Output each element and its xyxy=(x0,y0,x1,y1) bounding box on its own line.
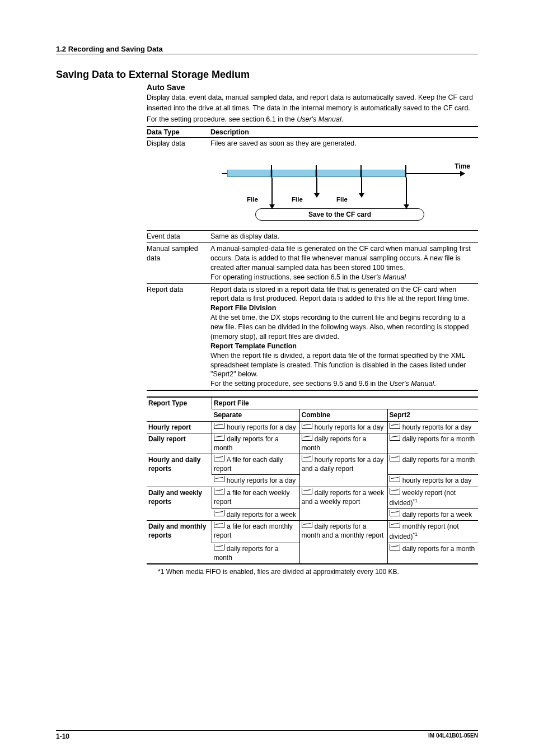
report-icon xyxy=(302,423,312,429)
cell: hourly reports for a day xyxy=(387,421,478,433)
cell: daily reports for a week and a weekly re… xyxy=(299,487,387,521)
report-icon xyxy=(214,510,224,516)
th-seprt2: Seprt2 xyxy=(387,409,478,421)
th-separate: Separate xyxy=(212,409,300,421)
row-manual-p2: For operating instructions, see section … xyxy=(210,273,476,282)
row-report-h1: Report File Division xyxy=(210,304,476,313)
row-dw-type: Daily and weekly reports xyxy=(147,487,212,521)
th-report-file: Report File xyxy=(212,397,479,409)
segment-icon xyxy=(362,170,405,177)
cell: daily reports for a month and a monthly … xyxy=(299,521,387,564)
cell: daily reports for a month xyxy=(212,543,300,564)
doc-code: IM 04L41B01-05EN xyxy=(428,732,478,739)
report-icon xyxy=(390,544,400,550)
data-type-table: Data TypeDescription Display data Files … xyxy=(147,126,478,391)
report-type-table: Report Type Report File Separate Combine… xyxy=(147,396,478,564)
row-manual-p1: A manual-sampled-data file is generated … xyxy=(210,244,476,273)
report-icon xyxy=(390,423,400,429)
row-report-p2: At the set time, the DX stops recording … xyxy=(210,313,476,342)
page-number: 1-10 xyxy=(56,732,69,740)
row-dm-type: Daily and monthly reports xyxy=(147,521,212,564)
cell: daily reports for a month xyxy=(212,433,300,454)
segment-icon xyxy=(227,170,271,177)
file-label: File xyxy=(241,195,264,204)
arrow-down-icon xyxy=(271,178,273,208)
text: . xyxy=(341,115,343,123)
fn-ref: *1 xyxy=(413,531,418,537)
cell: weekly report (not divided)*1 xyxy=(387,487,478,508)
report-icon xyxy=(214,435,224,441)
autosave-title: Auto Save xyxy=(147,83,478,92)
fn-ref: *1 xyxy=(413,498,418,503)
report-icon xyxy=(214,488,224,494)
cell: monthly report (not divided)*1 xyxy=(387,521,478,543)
report-icon xyxy=(390,476,400,482)
th-desc: Description xyxy=(210,127,478,138)
autosave-para2: For the setting procedure, see section 6… xyxy=(147,114,478,125)
report-icon xyxy=(302,522,312,528)
report-icon xyxy=(214,423,224,429)
cell: A file for each daily report xyxy=(212,454,300,475)
cell: daily reports for a month xyxy=(387,433,478,454)
th-type: Data Type xyxy=(147,127,210,138)
row-report-p1: Report data is stored in a report data f… xyxy=(210,285,476,304)
cell: daily reports for a month xyxy=(387,543,478,564)
report-icon xyxy=(390,455,400,461)
save-diagram: Time File File File Save to the CF xyxy=(210,150,476,228)
footnote: *1 When media FIFO is enabled, files are… xyxy=(147,568,478,576)
row-daily-type: Daily report xyxy=(147,433,212,454)
th-report-type: Report Type xyxy=(147,397,212,421)
report-icon xyxy=(302,488,312,494)
row-event-desc: Same as display data. xyxy=(210,231,478,243)
row-hd-type: Hourly and daily reports xyxy=(147,454,212,487)
cell: a file for each monthly report xyxy=(212,521,300,543)
report-icon xyxy=(214,476,224,482)
save-bubble: Save to the CF card xyxy=(255,208,424,221)
segment-icon xyxy=(272,170,316,177)
section-header: 1.2 Recording and Saving Data xyxy=(56,45,478,54)
row-event-type: Event data xyxy=(147,231,210,243)
report-icon xyxy=(390,488,400,494)
report-icon xyxy=(302,435,312,441)
cell: daily reports for a week xyxy=(212,509,300,521)
row-report-h2: Report Template Function xyxy=(210,342,476,351)
cell: hourly reports for a day xyxy=(212,421,300,433)
main-heading: Saving Data to External Storage Medium xyxy=(56,69,478,81)
row-display-desc: Files are saved as soon as they are gene… xyxy=(210,139,476,148)
cell: a file for each weekly report xyxy=(212,487,300,508)
report-icon xyxy=(302,455,312,461)
page-footer: 1-10 IM 04L41B01-05EN xyxy=(56,730,478,740)
file-label: File xyxy=(286,195,308,204)
cell: hourly reports for a day xyxy=(387,475,478,487)
report-icon xyxy=(214,522,224,528)
th-combine: Combine xyxy=(299,409,387,421)
report-icon xyxy=(390,435,400,441)
cell: hourly reports for a day xyxy=(212,475,300,487)
report-icon xyxy=(390,522,400,528)
report-icon xyxy=(214,544,224,550)
autosave-para1: Display data, event data, manual sampled… xyxy=(147,92,478,114)
cell: hourly reports for a day xyxy=(299,421,387,433)
text: For the setting procedure, see section 6… xyxy=(147,115,297,123)
cell: daily reports for a month xyxy=(387,454,478,475)
time-label: Time xyxy=(455,162,470,171)
row-manual-type: Manual sampleddata xyxy=(147,243,210,284)
arrow-down-icon xyxy=(316,178,317,197)
row-report-p4: For the setting procedure, see sections … xyxy=(210,379,476,389)
cell: daily reports for a month xyxy=(299,433,387,454)
report-icon xyxy=(214,455,224,461)
cell: hourly reports for a day and a daily rep… xyxy=(299,454,387,487)
row-report-type: Report data xyxy=(147,283,210,390)
report-icon xyxy=(390,510,400,516)
arrow-down-icon xyxy=(361,178,362,197)
segment-icon xyxy=(317,170,360,177)
row-display-type: Display data xyxy=(147,138,210,231)
cell: daily reports for a week xyxy=(387,509,478,521)
arrow-down-icon xyxy=(406,178,407,208)
file-label: File xyxy=(331,195,353,204)
row-report-p3: When the report file is divided, a repor… xyxy=(210,351,476,380)
doc-ref: User's Manual xyxy=(297,115,341,123)
row-hourly-type: Hourly report xyxy=(147,421,212,433)
